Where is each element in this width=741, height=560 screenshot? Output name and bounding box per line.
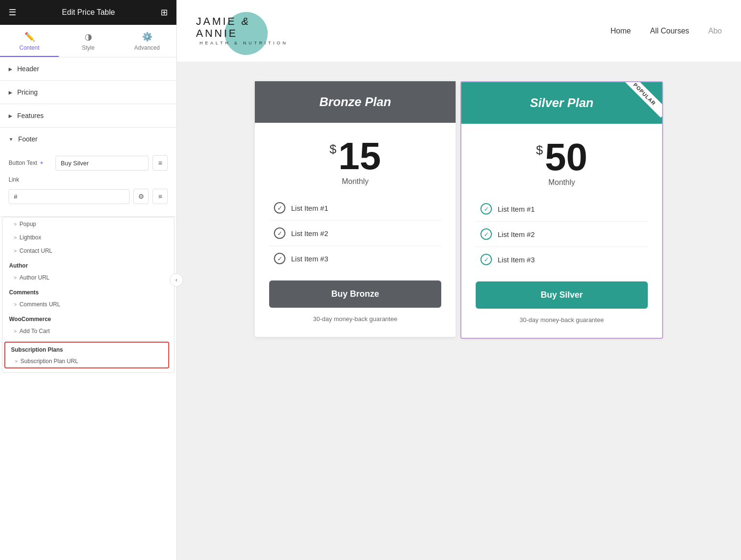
arrow-icon-5: > bbox=[14, 302, 17, 307]
comments-category: Comments bbox=[2, 284, 174, 298]
bronze-guarantee: 30-day money-back guarantee bbox=[269, 315, 441, 327]
grid-icon[interactable]: ⊞ bbox=[161, 7, 168, 18]
footer-content: Button Text ✦ ≡ Link ⚙ ≡ bbox=[0, 151, 176, 216]
dropdown-contact-url[interactable]: > Contact URL bbox=[2, 244, 174, 258]
arrow-icon: > bbox=[14, 222, 17, 227]
navbar: JAMIE & ANNIE HEALTH & NUTRITION Home Al… bbox=[177, 0, 741, 62]
check-icon-2: ✓ bbox=[274, 227, 285, 239]
link-input[interactable] bbox=[9, 189, 130, 204]
dynamic-icon: ✦ bbox=[39, 160, 44, 166]
bronze-price-period: Monthly bbox=[269, 177, 441, 186]
dropdown-subscription-plan-url[interactable]: > Subscription Plan URL bbox=[5, 355, 168, 367]
logo-area: JAMIE & ANNIE HEALTH & NUTRITION bbox=[196, 7, 292, 55]
dropdown-author-url[interactable]: > Author URL bbox=[2, 271, 174, 284]
bronze-features-list: ✓ List Item #1 ✓ List Item #2 ✓ List Ite… bbox=[269, 195, 441, 271]
bronze-feature-2: ✓ List Item #2 bbox=[269, 221, 441, 246]
buy-silver-button[interactable]: Buy Silver bbox=[476, 281, 648, 309]
check-icon-silver-1: ✓ bbox=[480, 203, 492, 215]
silver-features-list: ✓ List Item #1 ✓ List Item #2 ✓ List Ite… bbox=[476, 196, 648, 272]
right-panel: JAMIE & ANNIE HEALTH & NUTRITION Home Al… bbox=[177, 0, 741, 560]
chevron-down-icon: ▼ bbox=[9, 137, 13, 142]
accordion-features-toggle[interactable]: ▶ Features bbox=[0, 104, 176, 127]
accordion-pricing-toggle[interactable]: ▶ Pricing bbox=[0, 81, 176, 104]
silver-price-period: Monthly bbox=[476, 178, 648, 187]
accordion-pricing: ▶ Pricing bbox=[0, 81, 176, 104]
check-icon-3: ✓ bbox=[274, 253, 285, 264]
button-text-input[interactable] bbox=[55, 156, 149, 171]
popular-badge-text: POPULAR bbox=[621, 82, 662, 118]
silver-feature-2: ✓ List Item #2 bbox=[476, 222, 648, 247]
bronze-feature-3: ✓ List Item #3 bbox=[269, 246, 441, 271]
silver-card-title: Silver Plan bbox=[530, 96, 594, 110]
woocommerce-category: WooCommerce bbox=[2, 311, 174, 324]
silver-feature-3: ✓ List Item #3 bbox=[476, 247, 648, 272]
check-icon-1: ✓ bbox=[274, 202, 285, 214]
accordion-header-toggle[interactable]: ▶ Header bbox=[0, 57, 176, 80]
popular-badge: POPULAR bbox=[619, 82, 662, 124]
check-icon-silver-2: ✓ bbox=[480, 228, 492, 240]
dropdown-add-to-cart[interactable]: > Add To Cart bbox=[2, 324, 174, 338]
silver-feature-1: ✓ List Item #1 bbox=[476, 196, 648, 222]
logo-text: JAMIE & ANNIE HEALTH & NUTRITION bbox=[196, 16, 292, 45]
arrow-icon-3: > bbox=[14, 248, 17, 254]
author-category: Author bbox=[2, 258, 174, 271]
nav-about[interactable]: Abo bbox=[708, 27, 722, 35]
button-text-menu-btn[interactable]: ≡ bbox=[153, 155, 168, 171]
tab-advanced[interactable]: ⚙️ Advanced bbox=[118, 25, 176, 57]
top-bar: ☰ Edit Price Table ⊞ bbox=[0, 0, 176, 25]
bronze-card-header: Bronze Plan bbox=[255, 81, 456, 123]
silver-price-amount: 50 bbox=[545, 138, 588, 176]
link-dropdown: > Popup > Lightbox > Contact URL Author … bbox=[0, 217, 176, 373]
dropdown-lightbox[interactable]: > Lightbox bbox=[2, 231, 174, 244]
subscription-plans-section: Subscription Plans > Subscription Plan U… bbox=[4, 342, 169, 368]
silver-dollar-sign: $ bbox=[536, 143, 543, 158]
arrow-icon-6: > bbox=[14, 329, 17, 334]
link-label: Link bbox=[9, 176, 52, 183]
silver-card-header: Silver Plan POPULAR bbox=[461, 82, 662, 124]
gear-icon: ⚙️ bbox=[142, 32, 153, 42]
dropdown-popup[interactable]: > Popup bbox=[2, 217, 174, 231]
link-row: Link bbox=[9, 176, 168, 183]
button-text-label: Button Text ✦ bbox=[9, 160, 52, 166]
page-title: Edit Price Table bbox=[62, 8, 115, 17]
bronze-dollar-sign: $ bbox=[329, 142, 336, 157]
bronze-card-body: $ 15 Monthly ✓ List Item #1 ✓ List Item … bbox=[255, 123, 456, 337]
link-input-row: ⚙ ≡ bbox=[9, 189, 168, 204]
accordion-footer: ▼ Footer Button Text ✦ ≡ Link ⚙ bbox=[0, 128, 176, 217]
nav-all-courses[interactable]: All Courses bbox=[650, 27, 689, 35]
silver-guarantee: 30-day money-back guarantee bbox=[476, 316, 648, 328]
arrow-icon-2: > bbox=[14, 235, 17, 240]
button-text-row: Button Text ✦ ≡ bbox=[9, 155, 168, 171]
tabs-bar: ✏️ Content ◑ Style ⚙️ Advanced bbox=[0, 25, 176, 57]
tab-content[interactable]: ✏️ Content bbox=[0, 25, 59, 57]
chevron-right-icon: ▶ bbox=[9, 66, 12, 72]
bronze-card: Bronze Plan $ 15 Monthly ✓ List Item #1 … bbox=[255, 81, 456, 337]
tab-style[interactable]: ◑ Style bbox=[59, 25, 118, 57]
arrow-icon-4: > bbox=[14, 275, 17, 280]
accordion-footer-toggle[interactable]: ▼ Footer bbox=[0, 128, 176, 151]
subscription-category: Subscription Plans bbox=[5, 343, 168, 355]
accordion-header: ▶ Header bbox=[0, 57, 176, 81]
check-icon-silver-3: ✓ bbox=[480, 254, 492, 265]
link-menu-btn[interactable]: ≡ bbox=[153, 189, 168, 204]
buy-bronze-button[interactable]: Buy Bronze bbox=[269, 280, 441, 308]
accordion-features: ▶ Features bbox=[0, 104, 176, 128]
bronze-card-title: Bronze Plan bbox=[319, 95, 391, 109]
left-panel: ☰ Edit Price Table ⊞ ✏️ Content ◑ Style … bbox=[0, 0, 177, 560]
chevron-right-icon-3: ▶ bbox=[9, 113, 12, 118]
silver-card-body: $ 50 Monthly ✓ List Item #1 ✓ List Item … bbox=[461, 124, 662, 338]
logo-main-text: JAMIE & ANNIE bbox=[196, 16, 292, 39]
pricing-area: Bronze Plan $ 15 Monthly ✓ List Item #1 … bbox=[177, 62, 741, 560]
nav-home[interactable]: Home bbox=[610, 27, 631, 35]
bronze-price-row: $ 15 bbox=[269, 137, 441, 175]
bronze-feature-1: ✓ List Item #1 bbox=[269, 195, 441, 221]
logo-sub-text: HEALTH & NUTRITION bbox=[196, 41, 292, 46]
silver-card-wrapper: Silver Plan POPULAR $ 50 Monthly ✓ bbox=[460, 81, 663, 339]
arrow-icon-7: > bbox=[15, 359, 18, 364]
collapse-panel-btn[interactable]: ‹ bbox=[170, 273, 183, 287]
hamburger-icon[interactable]: ☰ bbox=[9, 7, 16, 18]
dropdown-comments-url[interactable]: > Comments URL bbox=[2, 298, 174, 311]
dropdown-list: > Popup > Lightbox > Contact URL Author … bbox=[2, 217, 174, 373]
silver-price-row: $ 50 bbox=[476, 138, 648, 176]
link-settings-btn[interactable]: ⚙ bbox=[133, 189, 149, 204]
